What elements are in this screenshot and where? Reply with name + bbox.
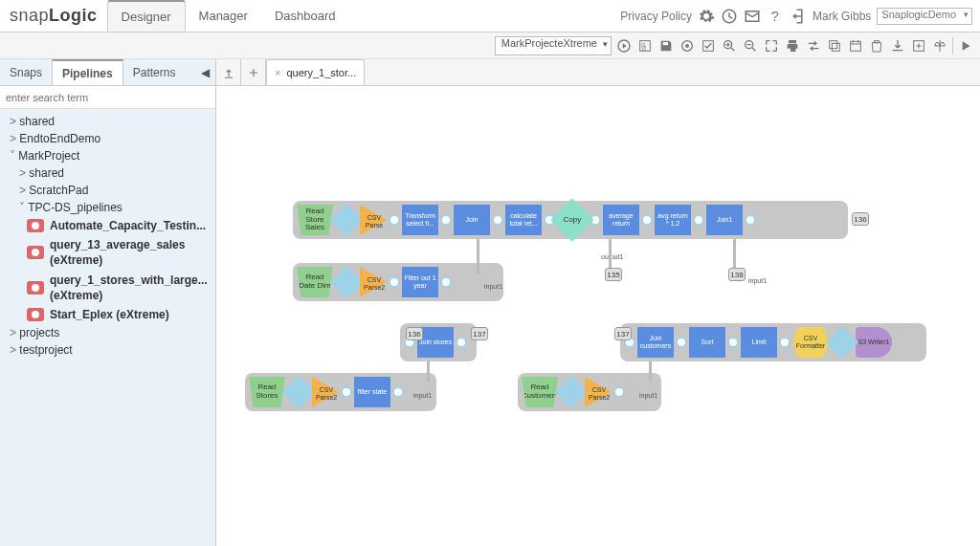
snap-calc[interactable]: calculate total ret... (505, 205, 542, 235)
zoom-in-icon[interactable] (721, 37, 738, 55)
snap-transform[interactable]: Transform select fi... (402, 205, 438, 235)
port (779, 337, 791, 348)
snap-csv-parse2c[interactable]: CSV Parse2 (585, 377, 612, 407)
export-icon[interactable] (910, 37, 927, 55)
brand-part1: snap (10, 6, 49, 26)
snap-read-stores[interactable]: Read Stores (249, 377, 285, 407)
settings-icon[interactable] (679, 37, 696, 55)
app-header: snapLogic Designer Manager Dashboard Pri… (0, 0, 980, 33)
search-input[interactable] (0, 86, 215, 109)
close-icon[interactable]: × (275, 67, 280, 78)
badge-136: 136 (852, 212, 869, 226)
add-icon[interactable] (241, 59, 266, 85)
pipeline-row-3r: Join customers Sort Limit CSV Formatter … (620, 323, 926, 361)
snap-limit[interactable]: Limit (741, 327, 777, 358)
fit-icon[interactable] (763, 37, 780, 55)
badge-135: 135 (605, 268, 622, 281)
canvas[interactable]: Read Store Sales CSV Parse Transform sel… (216, 86, 980, 546)
compare-icon[interactable] (931, 37, 948, 55)
tree-projects[interactable]: projects (0, 324, 215, 341)
badge-136b: 136 (406, 327, 423, 340)
port (676, 337, 687, 348)
diamond-connector (330, 204, 363, 236)
run-icon[interactable] (615, 37, 633, 55)
snap-s3-writer[interactable]: S3 Writer1 (856, 327, 892, 358)
calendar-icon[interactable] (847, 37, 864, 55)
port (389, 276, 400, 288)
pipeline-q13[interactable]: query_13_average_sales (eXtreme) (0, 235, 215, 270)
pipeline-start[interactable]: Start_Eplex (eXtreme) (0, 305, 215, 324)
toolbar: MarkProjecteXtreme 0110 (0, 33, 980, 59)
label-input1-d: input1 (639, 392, 657, 399)
upload-icon[interactable] (216, 59, 241, 85)
snap-csv-parse[interactable]: CSV Parse (360, 205, 387, 235)
save-icon[interactable] (657, 37, 675, 55)
org-dropdown[interactable]: SnaplogicDemo (877, 8, 972, 25)
tree-testproject[interactable]: testproject (0, 341, 215, 359)
history-icon[interactable] (721, 8, 738, 25)
tree-markproject[interactable]: MarkProject (0, 147, 215, 164)
nav-dashboard[interactable]: Dashboard (261, 0, 349, 32)
play-icon[interactable] (957, 37, 974, 55)
snap-read-customers[interactable]: Read Customers (522, 377, 558, 407)
binary-icon[interactable]: 0110 (636, 37, 654, 55)
pipeline-q1[interactable]: query_1_stores_with_large... (eXtreme) (0, 271, 215, 305)
port (693, 214, 704, 226)
help-icon[interactable]: ? (767, 8, 784, 25)
tab-collapse-icon[interactable]: ◀ (194, 59, 215, 85)
snap-join-cust[interactable]: Join customers (637, 327, 674, 358)
print-icon[interactable] (784, 37, 801, 55)
snap-copy[interactable]: Copy (550, 198, 593, 241)
brand-logo: snapLogic (0, 0, 107, 32)
snap-csv-parse2b[interactable]: CSV Parse2 (312, 377, 339, 407)
port (456, 337, 467, 348)
badge-137b: 137 (614, 327, 632, 340)
port (389, 214, 400, 226)
logout-icon[interactable] (790, 8, 807, 25)
snap-read-date[interactable]: Read Date Dim (297, 267, 333, 297)
snap-filter-state[interactable]: filter state (354, 377, 390, 407)
snap-read-store-sales[interactable]: Read Store Sales (297, 205, 333, 235)
port (440, 276, 452, 288)
snap-filter-year[interactable]: Filter out 1 year (402, 267, 438, 297)
trash-icon[interactable] (868, 37, 885, 55)
tab-pipelines[interactable]: Pipelines (52, 59, 123, 85)
tab-snaps[interactable]: Snaps (0, 59, 52, 85)
snap-avg-return[interactable]: average return (603, 205, 639, 235)
tab-patterns[interactable]: Patterns (123, 59, 186, 85)
project-selector[interactable]: MarkProjecteXtreme (495, 36, 612, 55)
user-name: Mark Gibbs (813, 10, 871, 23)
port (727, 337, 739, 348)
tree-mp-shared[interactable]: shared (0, 164, 215, 182)
snap-sort[interactable]: Sort (689, 327, 725, 358)
mail-icon[interactable] (744, 8, 761, 25)
canvas-area: × query_1_stor... Read Store Sales CSV P… (216, 59, 980, 546)
check-icon[interactable] (700, 37, 717, 55)
snap-csv-parse2a[interactable]: CSV Parse2 (360, 267, 387, 297)
pipeline-automate[interactable]: Automate_Capacity_Testin... (0, 216, 215, 235)
pipeline-tab[interactable]: × query_1_stor... (266, 59, 365, 85)
tree-endtoend[interactable]: EndtoEndDemo (0, 130, 215, 147)
label-input1-b: input1 (748, 277, 767, 284)
snap-avg12[interactable]: avg return * 1.2 (655, 205, 691, 235)
tree-scratchpad[interactable]: ScratchPad (0, 182, 215, 199)
port (613, 386, 625, 398)
tree-tpcds[interactable]: TPC-DS_pipelines (0, 199, 215, 216)
snap-join[interactable]: Join (454, 205, 490, 235)
zoom-out-icon[interactable] (742, 37, 759, 55)
pipeline-row-1: Read Store Sales CSV Parse Transform sel… (293, 201, 848, 239)
sidebar: Snaps Pipelines Patterns ◀ shared EndtoE… (0, 59, 216, 546)
snap-csv-formatter[interactable]: CSV Formatter (792, 327, 829, 358)
copy-icon[interactable] (826, 37, 843, 55)
nav-designer[interactable]: Designer (107, 0, 186, 32)
privacy-link[interactable]: Privacy Policy (620, 10, 692, 23)
tree-shared[interactable]: shared (0, 113, 215, 130)
nav-manager[interactable]: Manager (186, 0, 261, 32)
svg-rect-11 (832, 43, 839, 51)
pipeline-row-4l: Read Stores CSV Parse2 filter state (245, 373, 436, 411)
port (440, 214, 452, 226)
gear-icon[interactable] (698, 8, 715, 25)
snap-join1[interactable]: Join1 (706, 205, 743, 235)
download-icon[interactable] (889, 37, 906, 55)
swap-icon[interactable] (805, 37, 822, 55)
